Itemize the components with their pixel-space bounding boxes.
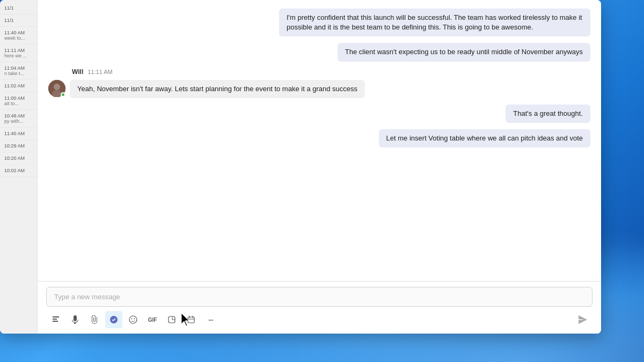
sidebar-item-time: 11:11 AM: [4, 48, 33, 53]
online-indicator: [61, 92, 65, 97]
sidebar-item[interactable]: 10:02 AM: [0, 165, 37, 177]
sidebar-item[interactable]: 11/1: [0, 2, 37, 14]
message-input-area: Type a new message: [38, 281, 601, 334]
sidebar-item[interactable]: 11:40 AM week to...: [0, 27, 37, 45]
sidebar-item[interactable]: 10:29 AM: [0, 140, 37, 152]
message-row: The client wasn't expecting us to be rea…: [48, 43, 590, 61]
sidebar-item-time: 11/1: [4, 5, 33, 11]
sidebar-item[interactable]: 10:20 AM: [0, 152, 37, 165]
sidebar-item-time: 11:00 AM: [4, 95, 33, 101]
message-row: Let me insert Voting table where we all …: [48, 129, 590, 147]
loop-button[interactable]: [105, 311, 122, 328]
teams-window: 11/1 11/1 11:40 AM week to... 11:11 AM h…: [0, 0, 601, 334]
sender-time: 11:11 AM: [87, 69, 112, 75]
message-input[interactable]: Type a new message: [46, 287, 592, 307]
sidebar-item-preview: py with...: [4, 119, 33, 124]
sidebar-item-time: 11:04 AM: [4, 65, 33, 71]
sidebar-item[interactable]: 11:11 AM here we ...: [0, 45, 37, 62]
sidebar-item-time: 10:02 AM: [4, 168, 33, 173]
message-group-received: Will 11:11 AM: [48, 68, 590, 98]
sidebar-item[interactable]: 11:40 AM: [0, 128, 37, 140]
message-bubble: The client wasn't expecting us to be rea…: [338, 43, 590, 61]
audio-button[interactable]: [67, 311, 84, 328]
message-bubble: I'm pretty confident that this launch wi…: [279, 9, 590, 36]
message-bubble: Yeah, November isn't far away. Lets star…: [70, 80, 365, 98]
sidebar-item[interactable]: 10:48 AM py with...: [0, 110, 37, 128]
chat-main: I'm pretty confident that this launch wi…: [38, 0, 601, 334]
sidebar-item-preview: week to...: [4, 35, 33, 41]
message-bubble: That's a great thought.: [506, 105, 590, 123]
sidebar-item[interactable]: 11/1: [0, 14, 37, 27]
sidebar-item-preview: ait to...: [4, 101, 33, 106]
sidebar-item-time: 10:20 AM: [4, 156, 33, 161]
message-toolbar: GIF ···: [46, 311, 592, 328]
sidebar-item-time: 10:29 AM: [4, 143, 33, 149]
sidebar-item[interactable]: 11:00 AM ait to...: [0, 92, 37, 110]
send-button[interactable]: [574, 311, 591, 328]
message-row: That's a great thought.: [48, 105, 590, 123]
sidebar-item[interactable]: 11:04 AM n take t...: [0, 62, 37, 80]
format-button[interactable]: [47, 311, 64, 328]
sender-name: Will: [72, 68, 83, 76]
svg-point-4: [129, 316, 137, 323]
emoji-button[interactable]: [125, 311, 142, 328]
svg-rect-8: [188, 317, 194, 323]
more-options-button[interactable]: ···: [202, 311, 219, 328]
schedule-button[interactable]: [182, 311, 200, 328]
attach-button[interactable]: [86, 311, 103, 328]
message-bubble: Let me insert Voting table where we all …: [379, 129, 590, 147]
avatar: [48, 80, 65, 97]
conversations-sidebar: 11/1 11/1 11:40 AM week to... 11:11 AM h…: [0, 0, 38, 334]
sender-info: Will 11:11 AM: [48, 68, 590, 76]
sidebar-item-time: 11:40 AM: [4, 131, 33, 136]
sidebar-item-time: 11/1: [4, 18, 33, 23]
sidebar-item-time: 10:48 AM: [4, 113, 33, 119]
gif-button[interactable]: GIF: [144, 311, 161, 328]
chat-messages-container: I'm pretty confident that this launch wi…: [38, 0, 601, 281]
sidebar-item[interactable]: 11:02 AM: [0, 80, 37, 92]
svg-point-1: [54, 84, 60, 90]
sidebar-item-time: 11:02 AM: [4, 83, 33, 88]
message-row: I'm pretty confident that this launch wi…: [48, 9, 590, 36]
svg-point-6: [134, 319, 135, 320]
message-row: Yeah, November isn't far away. Lets star…: [48, 80, 590, 98]
sidebar-item-preview: n take t...: [4, 71, 33, 76]
sticker-button[interactable]: [163, 311, 180, 328]
sidebar-item-time: 11:40 AM: [4, 30, 33, 35]
sidebar-item-preview: here we ...: [4, 53, 33, 58]
svg-point-5: [131, 319, 133, 320]
